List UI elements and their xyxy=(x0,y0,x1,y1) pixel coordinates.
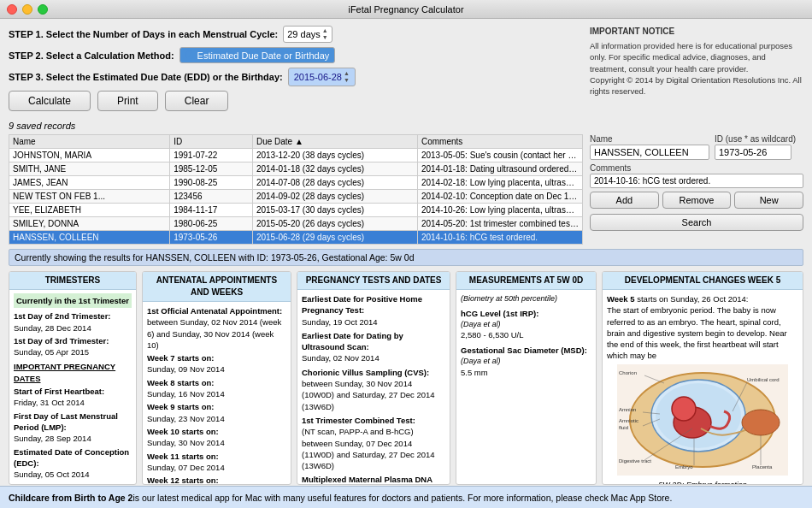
first-appt-text: between Sunday, 02 Nov 2014 (week 6) and… xyxy=(147,316,286,351)
status-bar: Currently showing the results for HANSSE… xyxy=(9,249,803,266)
col-comments[interactable]: Comments xyxy=(417,135,582,149)
week8-label: Week 8 starts on: xyxy=(147,377,286,388)
cell-id: 1980-06-25 xyxy=(170,217,253,231)
developmental-text: Week 5 starts on Sunday, 26 Oct 2014: Th… xyxy=(607,293,798,362)
id-input[interactable] xyxy=(715,145,791,160)
week10-date: Sunday, 30 Nov 2014 xyxy=(147,437,286,448)
cell-comments: 2014-10-16: hCG test ordered. xyxy=(417,231,582,245)
trimesters-title: TRIMESTERS xyxy=(9,272,136,290)
svg-text:Amnion: Amnion xyxy=(619,407,636,412)
bottom-bar: Childcare from Birth to Age 2 is our lat… xyxy=(0,486,812,508)
saved-count: 9 saved records xyxy=(9,121,803,131)
step3-stepper[interactable]: ▲▼ xyxy=(344,70,350,84)
table-row[interactable]: YEE, ELIZABETH1984-11-172015-03-17 (30 d… xyxy=(9,204,583,217)
cell-id: 1973-05-26 xyxy=(170,231,253,245)
bottom-text: is our latest medical app for Mac with m… xyxy=(132,493,672,503)
svg-text:fluid: fluid xyxy=(619,425,628,430)
first-appt-label: 1st Official Antenatal Appointment: xyxy=(147,305,286,316)
svg-text:Placenta: Placenta xyxy=(752,464,773,470)
new-button[interactable]: New xyxy=(734,192,803,209)
embryo-svg: Chorion Umbilical cord Amnion Amniotic f… xyxy=(607,364,798,476)
cell-name: JOHNSTON, MARIA xyxy=(9,149,170,162)
step2-value[interactable]: ☑ Estimated Due Date or Birthday xyxy=(179,47,336,63)
week-text: starts on Sunday, 26 Oct 2014: xyxy=(637,294,748,304)
sort-icon: ▲ xyxy=(295,137,303,146)
important-notice: IMPORTANT NOTICE All information provide… xyxy=(590,26,803,116)
cell-due_date: 2014-07-08 (28 days cycles) xyxy=(252,176,417,190)
table-row[interactable]: HANSSEN, COLLEEN1973-05-262015-06-28 (29… xyxy=(9,231,583,245)
close-button[interactable] xyxy=(7,4,17,15)
svg-point-5 xyxy=(672,397,696,421)
home-test-label: Earliest Date for Positive Home Pregnanc… xyxy=(302,293,445,316)
search-button[interactable]: Search xyxy=(590,214,803,231)
step3-value[interactable]: 2015-06-28 ▲▼ xyxy=(288,68,356,86)
developmental-title: DEVELOPMENTAL CHANGES WEEK 5 xyxy=(603,272,803,290)
week11-date: Sunday, 07 Dec 2014 xyxy=(147,462,286,473)
antenatal-panel: ANTENATAL APPOINTMENTS AND WEEKS 1st Off… xyxy=(142,271,291,485)
step1-stepper[interactable]: ▲▼ xyxy=(322,27,328,41)
cell-due_date: 2014-09-02 (28 days cycles) xyxy=(252,190,417,204)
table-row[interactable]: SMITH, JANE1985-12-052014-01-18 (32 days… xyxy=(9,162,583,176)
week12-label: Week 12 starts on: xyxy=(147,475,286,485)
calculate-button[interactable]: Calculate xyxy=(9,91,91,111)
cell-name: JAMES, JEAN xyxy=(9,176,170,190)
cell-id: 1984-11-17 xyxy=(170,204,253,217)
maximize-button[interactable] xyxy=(38,4,48,15)
print-button[interactable]: Print xyxy=(97,91,158,111)
cell-comments: 2013-05-05: Sue's cousin (contact her be… xyxy=(417,149,582,162)
col-id[interactable]: ID xyxy=(170,135,253,149)
pregnancy-tests-title: PREGNANCY TESTS AND DATES xyxy=(297,272,450,290)
svg-text:Umbilical cord: Umbilical cord xyxy=(747,377,780,382)
home-test-date: Sunday, 19 Oct 2014 xyxy=(302,316,445,328)
remove-button[interactable]: Remove xyxy=(662,192,732,209)
dna-label: Multiplexed Maternal Plasma DNA Sequenci… xyxy=(302,474,445,485)
cell-comments: 2014-10-26: Low lying placenta, ultrasou… xyxy=(417,204,582,217)
titlebar: iFetal Pregnancy Calculator xyxy=(0,0,812,19)
col-name[interactable]: Name xyxy=(9,135,170,149)
step1-value[interactable]: 29 days ▲▼ xyxy=(283,26,332,43)
heartbeat-label: Start of First Heartbeat: xyxy=(14,386,132,397)
cell-id: 1990-08-25 xyxy=(170,176,253,190)
hcg-value: 2,580 - 6,530 U/L xyxy=(461,329,591,340)
notice-copyright: Copyright © 2014 by Digital Orientation … xyxy=(590,75,802,96)
hcg-source: (Daya et al) xyxy=(461,319,591,330)
measurements-title: MEASUREMENTS AT 5W 0D xyxy=(456,272,596,290)
svg-text:Embryo: Embryo xyxy=(675,464,693,470)
checkbox-icon: ☑ xyxy=(185,50,194,61)
gsd-value: 5.5 mm xyxy=(461,367,591,378)
table-row[interactable]: SMILEY, DONNA1980-06-252015-05-20 (26 da… xyxy=(9,217,583,231)
cvs-label: Chorionic Villus Sampling (CVS): xyxy=(302,367,445,378)
name-id-row: Name ID (use * as wildcard) xyxy=(590,134,803,160)
cell-due_date: 2015-03-17 (30 days cycles) xyxy=(252,204,417,217)
second-tri-date: Sunday, 28 Dec 2014 xyxy=(14,322,132,334)
add-button[interactable]: Add xyxy=(590,192,659,209)
step2-row: STEP 2. Select a Calculation Method: ☑ E… xyxy=(9,47,581,63)
table-row[interactable]: JAMES, JEAN1990-08-252014-07-08 (28 days… xyxy=(9,176,583,190)
step3-label: STEP 3. Select the Estimated Due Date (E… xyxy=(9,72,283,82)
comments-label: Comments xyxy=(590,163,803,173)
name-label: Name xyxy=(590,134,709,144)
important-dates-label: IMPORTANT PREGNANCY DATES xyxy=(14,361,132,384)
cell-due_date: 2014-01-18 (32 days cycles) xyxy=(252,162,417,176)
svg-point-6 xyxy=(742,410,780,435)
gsd-label: Gestational Sac Diameter (MSD): xyxy=(461,345,591,356)
edc-date: Sunday, 05 Oct 2014 xyxy=(14,469,132,480)
app-title: iFetal Pregnancy Calculator xyxy=(348,4,463,15)
table-row[interactable]: NEW TEST ON FEB 1...1234562014-09-02 (28… xyxy=(9,190,583,204)
week9-label: Week 9 starts on: xyxy=(147,401,286,412)
table-row[interactable]: JOHNSTON, MARIA1991-07-222013-12-20 (38 … xyxy=(9,149,583,162)
second-tri-label: 1st Day of 2nd Trimester: xyxy=(14,310,132,322)
lmp-date: Sunday, 28 Sep 2014 xyxy=(14,433,132,444)
cell-due_date: 2015-05-20 (26 days cycles) xyxy=(252,217,417,231)
minimize-button[interactable] xyxy=(22,4,32,15)
cell-comments: 2014-02-18: Low lying placenta, ultrasou… xyxy=(417,176,582,190)
bottom-text-bold: Childcare from Birth to Age 2 xyxy=(9,493,132,503)
name-input[interactable] xyxy=(590,145,709,160)
col-due-date[interactable]: Due Date ▲ xyxy=(252,135,417,149)
cell-name: YEE, ELIZABETH xyxy=(9,204,170,217)
antenatal-title: ANTENATAL APPOINTMENTS AND WEEKS xyxy=(143,272,291,302)
clear-button[interactable]: Clear xyxy=(165,91,229,111)
notice-text: All information provided here is for edu… xyxy=(590,41,792,74)
cell-comments: 2014-05-20: 1st trimester combined test … xyxy=(417,217,582,231)
comments-input[interactable] xyxy=(590,174,803,188)
